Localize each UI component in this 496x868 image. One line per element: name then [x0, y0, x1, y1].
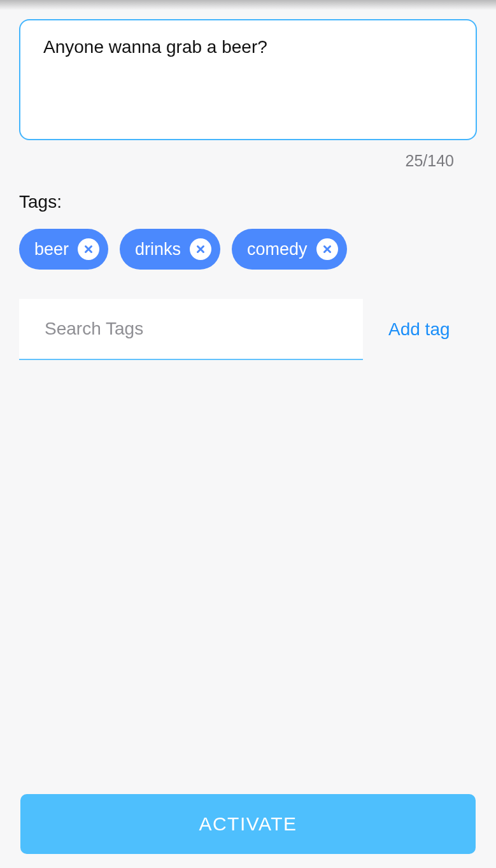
compose-textarea[interactable]: Anyone wanna grab a beer?	[19, 19, 477, 140]
close-icon	[322, 240, 333, 259]
tag-label: beer	[34, 240, 69, 259]
remove-tag-button[interactable]	[190, 238, 211, 260]
search-tag-row: Add tag	[19, 299, 477, 360]
character-counter: 25/140	[19, 152, 454, 170]
close-icon	[83, 240, 94, 259]
compose-text: Anyone wanna grab a beer?	[43, 37, 267, 57]
main-content: Anyone wanna grab a beer? 25/140 Tags: b…	[0, 0, 496, 360]
remove-tag-button[interactable]	[78, 238, 99, 260]
add-tag-link[interactable]: Add tag	[388, 319, 450, 340]
remove-tag-button[interactable]	[316, 238, 338, 260]
tag-chip-comedy[interactable]: comedy	[232, 229, 347, 270]
tag-chip-beer[interactable]: beer	[19, 229, 108, 270]
search-tags-input[interactable]	[19, 299, 363, 360]
tags-row: beer drinks comedy	[19, 229, 477, 270]
tags-heading: Tags:	[19, 192, 477, 212]
tag-label: drinks	[135, 240, 181, 259]
tag-chip-drinks[interactable]: drinks	[120, 229, 220, 270]
close-icon	[195, 240, 206, 259]
activate-button[interactable]: ACTIVATE	[20, 794, 476, 854]
tag-label: comedy	[247, 240, 308, 259]
